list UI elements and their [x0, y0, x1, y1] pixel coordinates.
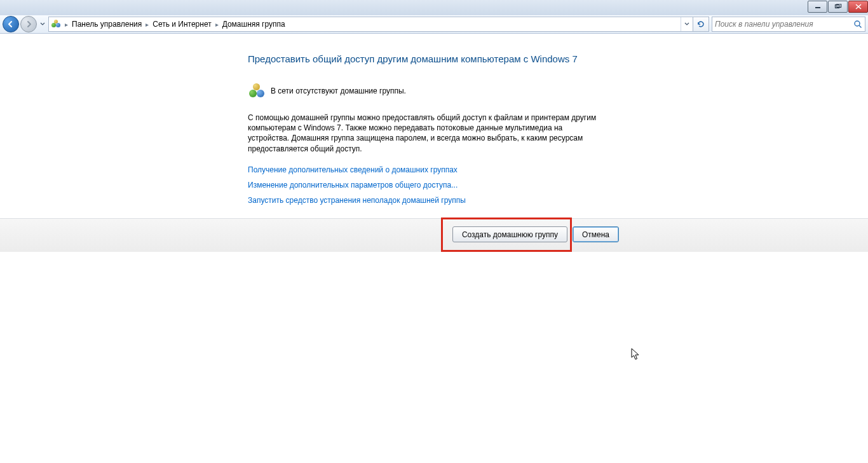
address-bar-dropdown[interactable]: [681, 17, 693, 31]
breadcrumb-item[interactable]: Сеть и Интернет: [151, 20, 212, 29]
svg-rect-0: [815, 7, 820, 8]
breadcrumb-separator: ▸: [62, 21, 71, 28]
create-homegroup-button[interactable]: Создать домашнюю группу: [452, 226, 567, 242]
window-glass-strip: [0, 0, 868, 16]
refresh-button[interactable]: [693, 17, 709, 32]
breadcrumb-separator: ▸: [213, 21, 221, 28]
address-bar[interactable]: ▸ Панель управления ▸ Сеть и Интернет ▸ …: [48, 17, 693, 32]
minimize-button[interactable]: [808, 1, 827, 13]
svg-point-3: [855, 21, 860, 26]
status-text: В сети отсутствуют домашние группы.: [271, 86, 406, 95]
arrow-right-icon: [25, 20, 32, 28]
svg-line-4: [859, 25, 862, 28]
search-icon: [851, 20, 865, 29]
breadcrumb-item[interactable]: Панель управления: [71, 20, 143, 29]
homegroup-icon: [248, 82, 266, 100]
navigation-toolbar: ▸ Панель управления ▸ Сеть и Интернет ▸ …: [0, 15, 868, 34]
homegroup-icon: [51, 19, 61, 29]
cancel-button[interactable]: Отмена: [573, 226, 619, 242]
page-title: Предоставить общий доступ другим домашни…: [248, 53, 616, 64]
recent-pages-dropdown[interactable]: [38, 17, 47, 31]
search-box[interactable]: [712, 17, 865, 32]
description-text: С помощью домашней группы можно предоста…: [248, 113, 604, 154]
chevron-down-icon: [40, 22, 45, 26]
advanced-sharing-link[interactable]: Изменение дополнительных параметров обще…: [248, 181, 616, 190]
status-row: В сети отсутствуют домашние группы.: [248, 82, 616, 100]
back-button[interactable]: [3, 16, 19, 32]
refresh-icon: [696, 20, 705, 29]
homegroup-panel: Предоставить общий доступ другим домашни…: [248, 53, 616, 205]
breadcrumb-separator: ▸: [143, 21, 151, 28]
cursor-icon: [631, 348, 641, 362]
close-button[interactable]: [848, 1, 868, 13]
chevron-down-icon: [684, 22, 689, 26]
window-caption-buttons: [807, 0, 868, 13]
content-area: Предоставить общий доступ другим домашни…: [0, 33, 868, 211]
search-input[interactable]: [712, 17, 851, 31]
troubleshooter-link[interactable]: Запустить средство устранения неполадок …: [248, 196, 616, 205]
arrow-left-icon: [7, 20, 15, 28]
maximize-button[interactable]: [828, 1, 848, 13]
breadcrumb-item[interactable]: Домашняя группа: [221, 20, 287, 29]
forward-button[interactable]: [20, 16, 37, 32]
learn-more-link[interactable]: Получение дополнительных сведений о дома…: [248, 165, 616, 174]
command-bar: Создать домашнюю группу Отмена: [0, 218, 868, 252]
